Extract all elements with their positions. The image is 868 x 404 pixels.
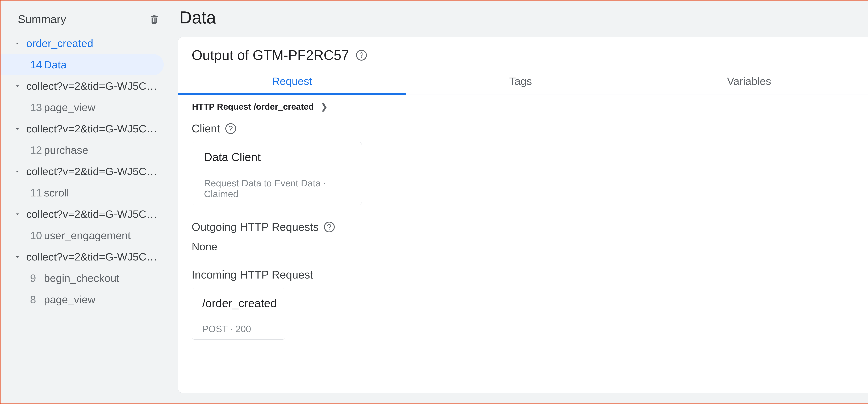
sidebar-group-label: collect?v=2&tid=G-WJ5CL… <box>26 251 162 263</box>
incoming-sub: POST · 200 <box>192 318 285 339</box>
tab-variables[interactable]: Variables <box>635 69 863 95</box>
sidebar-item-label: user_engagement <box>44 229 131 242</box>
tab-bar: RequestTagsVariablesEvent DataConsole (0… <box>178 69 868 95</box>
sidebar-item-label: Data <box>44 59 67 71</box>
chevron-down-icon <box>13 252 22 261</box>
sidebar-item-number: 10 <box>30 229 44 242</box>
sidebar-group-label: collect?v=2&tid=G-WJ5CL… <box>26 80 162 92</box>
incoming-path: /order_created <box>192 288 285 318</box>
sidebar-group-label: collect?v=2&tid=G-WJ5CL… <box>26 165 162 178</box>
sidebar-item[interactable]: 10user_engagement <box>1 225 169 246</box>
sidebar-summary-label[interactable]: Summary <box>18 13 148 26</box>
help-icon[interactable]: ? <box>324 222 335 232</box>
client-card[interactable]: Data Client Request Data to Event Data ·… <box>192 142 362 205</box>
page-title: Data <box>179 7 868 27</box>
sidebar-item[interactable]: 14Data <box>1 54 164 75</box>
sidebar-item-label: page_view <box>44 293 95 306</box>
chevron-down-icon <box>13 39 22 48</box>
sidebar-item-label: page_view <box>44 101 95 114</box>
sidebar-item-number: 14 <box>30 59 44 71</box>
client-name: Data Client <box>192 142 362 172</box>
output-card: Output of GTM-PF2RC57 ? RequestTagsVaria… <box>178 37 868 393</box>
event-tree: order_created14Datacollect?v=2&tid=G-WJ5… <box>1 33 169 310</box>
tab-request[interactable]: Request <box>178 69 406 95</box>
chevron-down-icon <box>13 167 22 176</box>
trash-icon[interactable] <box>148 13 160 25</box>
help-icon[interactable]: ? <box>225 123 236 134</box>
sidebar-group-header[interactable]: collect?v=2&tid=G-WJ5CL… <box>1 75 169 97</box>
incoming-request-card[interactable]: /order_created POST · 200 <box>192 288 285 340</box>
sidebar-item-label: scroll <box>44 187 69 199</box>
sidebar-item-number: 9 <box>30 272 44 284</box>
request-panel: HTTP Request /order_created ❯ Client ? D… <box>178 95 868 347</box>
sidebar-group-label: collect?v=2&tid=G-WJ5CL… <box>26 123 162 135</box>
tab-event-data[interactable]: Event Data <box>863 69 868 95</box>
sidebar: Summary order_created14Datacollect?v=2&t… <box>1 1 169 403</box>
incoming-section-label: Incoming HTTP Request <box>192 268 313 281</box>
chevron-down-icon <box>13 210 22 219</box>
sidebar-group-header[interactable]: collect?v=2&tid=G-WJ5CL… <box>1 118 169 139</box>
sidebar-item-label: begin_checkout <box>44 272 119 284</box>
client-sub: Request Data to Event Data · Claimed <box>192 172 362 205</box>
sidebar-item[interactable]: 9begin_checkout <box>1 268 169 289</box>
sidebar-group-header[interactable]: collect?v=2&tid=G-WJ5CL… <box>1 161 169 182</box>
sidebar-group-header[interactable]: collect?v=2&tid=G-WJ5CL… <box>1 204 169 225</box>
help-icon[interactable]: ? <box>356 50 367 61</box>
sidebar-item-label: purchase <box>44 144 88 156</box>
tab-tags[interactable]: Tags <box>406 69 635 95</box>
sidebar-item-number: 12 <box>30 144 44 156</box>
sidebar-item[interactable]: 8page_view <box>1 289 169 310</box>
sidebar-item-number: 8 <box>30 293 44 306</box>
sidebar-item[interactable]: 11scroll <box>1 182 169 204</box>
chevron-right-icon: ❯ <box>321 102 328 112</box>
sidebar-group-header[interactable]: collect?v=2&tid=G-WJ5CL… <box>1 246 169 268</box>
sidebar-item[interactable]: 12purchase <box>1 139 169 161</box>
sidebar-group-header[interactable]: order_created <box>1 33 169 54</box>
breadcrumb[interactable]: HTTP Request /order_created ❯ <box>192 102 868 112</box>
sidebar-group-label: order_created <box>26 37 162 50</box>
chevron-down-icon <box>13 124 22 133</box>
sidebar-item-number: 11 <box>30 187 44 199</box>
sidebar-group-label: collect?v=2&tid=G-WJ5CL… <box>26 208 162 220</box>
chevron-down-icon <box>13 82 22 91</box>
outgoing-section-label: Outgoing HTTP Requests <box>192 221 319 234</box>
sidebar-item[interactable]: 13page_view <box>1 97 169 118</box>
card-title: Output of GTM-PF2RC57 <box>192 47 349 63</box>
sidebar-item-number: 13 <box>30 101 44 114</box>
client-section-label: Client <box>192 122 220 135</box>
main-panel: Data Output of GTM-PF2RC57 ? RequestTags… <box>169 1 868 403</box>
outgoing-value: None <box>192 240 868 253</box>
breadcrumb-text: HTTP Request /order_created <box>192 102 314 112</box>
